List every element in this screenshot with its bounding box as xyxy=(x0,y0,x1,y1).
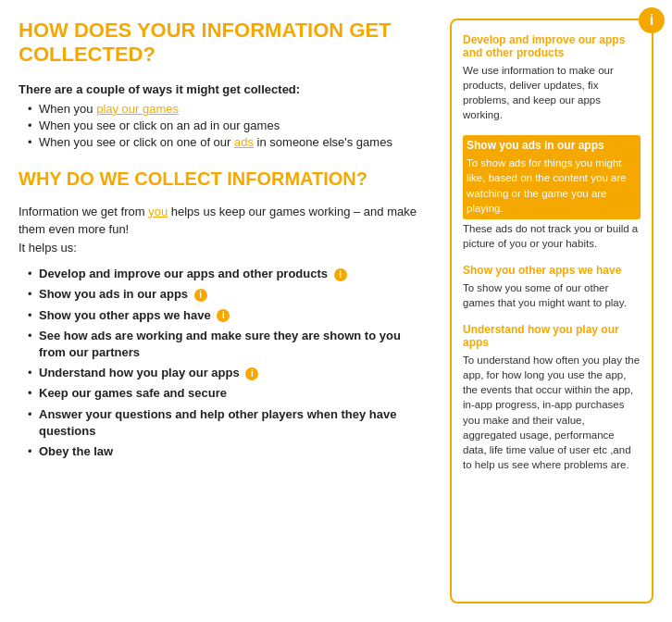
intro-text-2: It helps us: xyxy=(19,239,422,257)
list-item: Keep our games safe and secure xyxy=(28,385,422,402)
info-badge[interactable]: i xyxy=(194,289,207,302)
highlight-box: Show you ads in our apps To show ads for… xyxy=(463,135,641,218)
feature-label: Keep our games safe and secure xyxy=(39,386,227,400)
list-item: See how ads are working and make sure th… xyxy=(28,328,422,361)
feature-label: Show you other apps we have xyxy=(39,308,211,322)
right-section-develop: Develop and improve our apps and other p… xyxy=(463,33,641,122)
list-item: Understand how you play our apps i xyxy=(28,365,422,381)
right-section-understand: Understand how you play our apps To unde… xyxy=(463,323,641,472)
section-intro: Information we get from you helps us kee… xyxy=(19,203,422,257)
list-item: Show you ads in our apps i xyxy=(28,286,422,303)
list-item: Obey the law xyxy=(28,443,422,460)
feature-label: Understand how you play our apps xyxy=(39,366,240,379)
list-item: Show you other apps we have i xyxy=(28,307,422,324)
list-item: When you see or click on an ad in our ga… xyxy=(28,118,422,132)
section-title-2: WHY DO WE COLLECT INFORMATION? xyxy=(19,168,422,190)
feature-list: Develop and improve our apps and other p… xyxy=(19,266,422,460)
intro-bold: There are a couple of ways it might get … xyxy=(19,82,422,96)
info-badge[interactable]: i xyxy=(245,367,258,380)
after-highlight-text: These ads do not track you or build a pi… xyxy=(463,221,641,251)
feature-label: See how ads are working and make sure th… xyxy=(39,329,401,359)
right-section-body: To show you some of our other games that… xyxy=(463,280,641,310)
intro-text-1: Information we get from you helps us kee… xyxy=(19,203,422,239)
play-link[interactable]: play our games xyxy=(96,102,179,116)
right-section-body: We use information to make our products,… xyxy=(463,63,641,122)
left-panel: HOW DOES YOUR INFORMATION GET COLLECTED?… xyxy=(19,19,431,603)
right-section-body: To show ads for things you might like, b… xyxy=(467,156,637,215)
list-item: When you see or click on one of our ads … xyxy=(28,135,422,149)
list-item: Develop and improve our apps and other p… xyxy=(28,266,422,282)
right-section-title: Understand how you play our apps xyxy=(463,323,641,349)
info-badge[interactable]: i xyxy=(334,268,347,281)
info-icon: i xyxy=(639,7,665,33)
list-item: Answer your questions and help other pla… xyxy=(28,406,422,440)
feature-label: Obey the law xyxy=(39,444,113,458)
right-panel: i Develop and improve our apps and other… xyxy=(450,19,653,603)
info-badge[interactable]: i xyxy=(217,309,230,322)
list-item: When you play our games xyxy=(28,102,422,116)
right-section-title: Develop and improve our apps and other p… xyxy=(463,33,641,59)
right-section-title: Show you other apps we have xyxy=(463,264,641,277)
ads-link[interactable]: ads xyxy=(234,135,254,149)
feature-label: Show you ads in our apps xyxy=(39,287,188,301)
right-section-title: Show you ads in our apps xyxy=(467,139,637,152)
feature-label: Answer your questions and help other pla… xyxy=(39,407,396,438)
collection-list: When you play our games When you see or … xyxy=(19,102,422,149)
you-link[interactable]: you xyxy=(148,205,168,218)
right-section-body: To understand how often you play the app… xyxy=(463,353,641,472)
feature-label: Develop and improve our apps and other p… xyxy=(39,267,328,280)
main-title: HOW DOES YOUR INFORMATION GET COLLECTED? xyxy=(19,19,422,68)
right-section-ads: Show you ads in our apps To show ads for… xyxy=(463,135,641,251)
right-section-other-apps: Show you other apps we have To show you … xyxy=(463,264,641,310)
